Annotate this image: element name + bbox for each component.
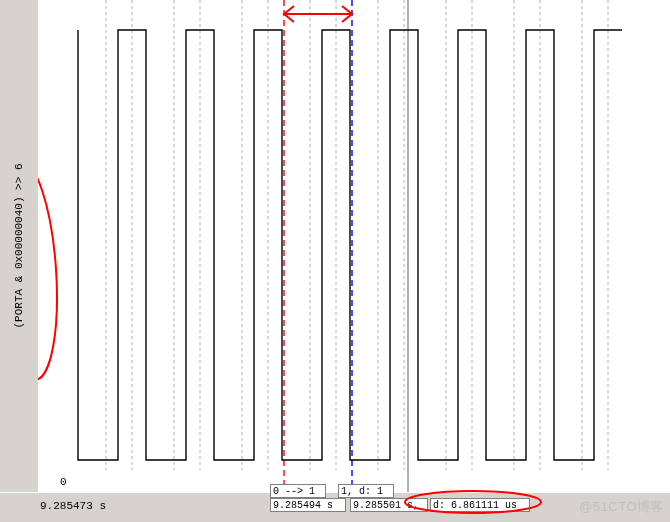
- svg-point-20: [38, 158, 64, 381]
- watermark: @51CTO博客: [579, 498, 664, 516]
- cursor-delta: d: 6.861111 us: [430, 498, 530, 512]
- signal-name-panel: (PORTA & 0x00000040) >> 6: [0, 0, 39, 492]
- cursor-a-transition: 0 --> 1: [270, 484, 326, 498]
- current-time-readout: 9.285473 s: [40, 500, 106, 512]
- y-axis-zero-label: 0: [60, 476, 67, 488]
- signal-name-label: (PORTA & 0x00000040) >> 6: [13, 163, 25, 328]
- cursor-b-time: 9.285501 s,: [350, 498, 428, 512]
- cursor-a-time: 9.285494 s: [270, 498, 346, 512]
- cursor-b-transition: 1, d: 1: [338, 484, 394, 498]
- waveform-plot[interactable]: [38, 0, 670, 492]
